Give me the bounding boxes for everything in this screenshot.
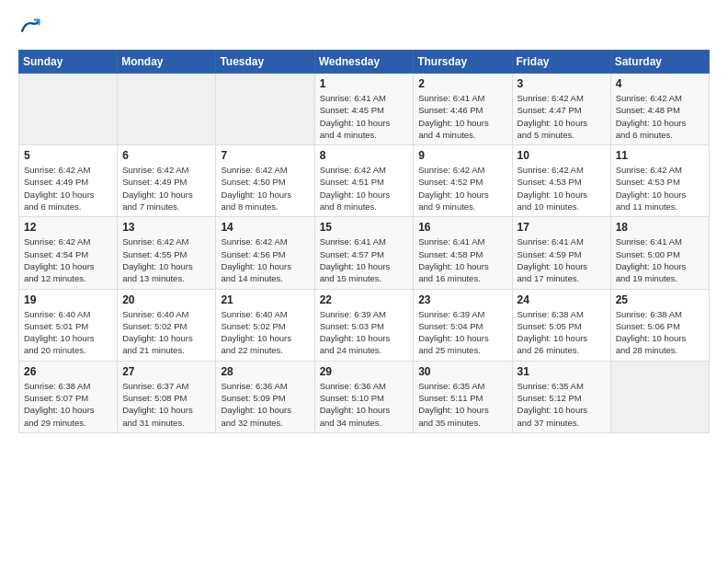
day-info: Sunrise: 6:38 AM Sunset: 5:07 PM Dayligh… (24, 380, 112, 429)
day-number: 23 (418, 293, 506, 306)
calendar-cell: 22Sunrise: 6:39 AM Sunset: 5:03 PM Dayli… (314, 289, 414, 361)
calendar-cell: 8Sunrise: 6:42 AM Sunset: 4:51 PM Daylig… (314, 145, 414, 217)
day-info: Sunrise: 6:40 AM Sunset: 5:01 PM Dayligh… (24, 308, 112, 357)
day-info: Sunrise: 6:41 AM Sunset: 4:45 PM Dayligh… (320, 92, 409, 141)
weekday-header-friday: Friday (512, 51, 610, 74)
calendar-cell: 14Sunrise: 6:42 AM Sunset: 4:56 PM Dayli… (216, 217, 314, 289)
day-info: Sunrise: 6:41 AM Sunset: 4:58 PM Dayligh… (418, 236, 506, 284)
day-info: Sunrise: 6:36 AM Sunset: 5:10 PM Dayligh… (320, 380, 409, 429)
calendar-cell (610, 361, 709, 432)
day-info: Sunrise: 6:38 AM Sunset: 5:05 PM Dayligh… (518, 308, 606, 357)
logo (18, 15, 46, 40)
calendar-cell: 29Sunrise: 6:36 AM Sunset: 5:10 PM Dayli… (314, 361, 414, 432)
day-info: Sunrise: 6:41 AM Sunset: 4:59 PM Dayligh… (518, 236, 606, 284)
calendar-cell (19, 74, 118, 145)
day-info: Sunrise: 6:42 AM Sunset: 4:56 PM Dayligh… (221, 236, 309, 284)
day-info: Sunrise: 6:42 AM Sunset: 4:51 PM Dayligh… (320, 164, 409, 213)
day-info: Sunrise: 6:36 AM Sunset: 5:09 PM Dayligh… (221, 380, 309, 429)
day-number: 5 (24, 149, 112, 162)
calendar-cell (216, 74, 314, 145)
day-number: 27 (122, 365, 210, 378)
calendar-cell: 18Sunrise: 6:41 AM Sunset: 5:00 PM Dayli… (610, 217, 709, 289)
calendar-cell: 15Sunrise: 6:41 AM Sunset: 4:57 PM Dayli… (314, 217, 414, 289)
day-info: Sunrise: 6:42 AM Sunset: 4:53 PM Dayligh… (616, 164, 704, 213)
calendar-cell: 11Sunrise: 6:42 AM Sunset: 4:53 PM Dayli… (610, 145, 709, 217)
page-container: SundayMondayTuesdayWednesdayThursdayFrid… (0, 0, 728, 442)
day-number: 22 (320, 293, 409, 306)
calendar-cell: 9Sunrise: 6:42 AM Sunset: 4:52 PM Daylig… (414, 145, 512, 217)
day-info: Sunrise: 6:41 AM Sunset: 5:00 PM Dayligh… (616, 236, 704, 284)
day-info: Sunrise: 6:42 AM Sunset: 4:47 PM Dayligh… (518, 92, 606, 141)
logo-icon (18, 15, 44, 40)
calendar-week-row: 1Sunrise: 6:41 AM Sunset: 4:45 PM Daylig… (19, 74, 710, 145)
calendar-cell: 4Sunrise: 6:42 AM Sunset: 4:48 PM Daylig… (610, 74, 709, 145)
calendar-cell: 27Sunrise: 6:37 AM Sunset: 5:08 PM Dayli… (118, 361, 216, 432)
weekday-header-thursday: Thursday (414, 51, 512, 74)
day-number: 14 (221, 221, 309, 234)
calendar-cell: 13Sunrise: 6:42 AM Sunset: 4:55 PM Dayli… (118, 217, 216, 289)
day-info: Sunrise: 6:42 AM Sunset: 4:49 PM Dayligh… (24, 164, 112, 213)
day-number: 9 (418, 149, 506, 162)
day-number: 6 (122, 149, 210, 162)
day-info: Sunrise: 6:42 AM Sunset: 4:50 PM Dayligh… (221, 164, 309, 213)
header (18, 15, 710, 40)
day-number: 26 (24, 365, 112, 378)
day-number: 31 (518, 365, 606, 378)
day-number: 19 (24, 293, 112, 306)
weekday-header-monday: Monday (118, 51, 216, 74)
day-info: Sunrise: 6:42 AM Sunset: 4:53 PM Dayligh… (518, 164, 606, 213)
day-number: 18 (616, 221, 704, 234)
day-info: Sunrise: 6:40 AM Sunset: 5:02 PM Dayligh… (221, 308, 309, 357)
weekday-header-row: SundayMondayTuesdayWednesdayThursdayFrid… (19, 51, 710, 74)
day-number: 17 (518, 221, 606, 234)
day-number: 8 (320, 149, 409, 162)
calendar-cell: 2Sunrise: 6:41 AM Sunset: 4:46 PM Daylig… (414, 74, 512, 145)
day-info: Sunrise: 6:37 AM Sunset: 5:08 PM Dayligh… (122, 380, 210, 429)
day-number: 20 (122, 293, 210, 306)
day-info: Sunrise: 6:35 AM Sunset: 5:11 PM Dayligh… (418, 380, 506, 429)
weekday-header-wednesday: Wednesday (314, 51, 414, 74)
calendar-cell: 6Sunrise: 6:42 AM Sunset: 4:49 PM Daylig… (118, 145, 216, 217)
day-number: 16 (418, 221, 506, 234)
calendar-cell: 21Sunrise: 6:40 AM Sunset: 5:02 PM Dayli… (216, 289, 314, 361)
calendar-cell: 25Sunrise: 6:38 AM Sunset: 5:06 PM Dayli… (610, 289, 709, 361)
day-info: Sunrise: 6:38 AM Sunset: 5:06 PM Dayligh… (616, 308, 704, 357)
day-info: Sunrise: 6:39 AM Sunset: 5:04 PM Dayligh… (418, 308, 506, 357)
day-info: Sunrise: 6:42 AM Sunset: 4:49 PM Dayligh… (122, 164, 210, 213)
calendar-cell: 26Sunrise: 6:38 AM Sunset: 5:07 PM Dayli… (19, 361, 118, 432)
calendar-cell: 7Sunrise: 6:42 AM Sunset: 4:50 PM Daylig… (216, 145, 314, 217)
day-number: 2 (418, 77, 506, 90)
weekday-header-sunday: Sunday (19, 51, 118, 74)
calendar-cell: 24Sunrise: 6:38 AM Sunset: 5:05 PM Dayli… (512, 289, 610, 361)
calendar-cell: 17Sunrise: 6:41 AM Sunset: 4:59 PM Dayli… (512, 217, 610, 289)
day-number: 11 (616, 149, 704, 162)
calendar-cell: 10Sunrise: 6:42 AM Sunset: 4:53 PM Dayli… (512, 145, 610, 217)
day-info: Sunrise: 6:42 AM Sunset: 4:48 PM Dayligh… (616, 92, 704, 141)
calendar-week-row: 12Sunrise: 6:42 AM Sunset: 4:54 PM Dayli… (19, 217, 710, 289)
day-number: 15 (320, 221, 409, 234)
calendar-cell: 16Sunrise: 6:41 AM Sunset: 4:58 PM Dayli… (414, 217, 512, 289)
day-number: 28 (221, 365, 309, 378)
calendar-cell: 28Sunrise: 6:36 AM Sunset: 5:09 PM Dayli… (216, 361, 314, 432)
calendar-cell: 23Sunrise: 6:39 AM Sunset: 5:04 PM Dayli… (414, 289, 512, 361)
day-info: Sunrise: 6:42 AM Sunset: 4:54 PM Dayligh… (24, 236, 112, 284)
day-number: 10 (518, 149, 606, 162)
day-number: 30 (418, 365, 506, 378)
calendar-cell: 31Sunrise: 6:35 AM Sunset: 5:12 PM Dayli… (512, 361, 610, 432)
day-number: 25 (616, 293, 704, 306)
weekday-header-tuesday: Tuesday (216, 51, 314, 74)
day-number: 7 (221, 149, 309, 162)
day-info: Sunrise: 6:42 AM Sunset: 4:55 PM Dayligh… (122, 236, 210, 284)
day-info: Sunrise: 6:40 AM Sunset: 5:02 PM Dayligh… (122, 308, 210, 357)
day-number: 21 (221, 293, 309, 306)
day-number: 1 (320, 77, 409, 90)
day-info: Sunrise: 6:41 AM Sunset: 4:46 PM Dayligh… (418, 92, 506, 141)
day-number: 13 (122, 221, 210, 234)
calendar-table: SundayMondayTuesdayWednesdayThursdayFrid… (18, 50, 710, 433)
day-number: 29 (320, 365, 409, 378)
day-info: Sunrise: 6:42 AM Sunset: 4:52 PM Dayligh… (418, 164, 506, 213)
day-number: 24 (518, 293, 606, 306)
weekday-header-saturday: Saturday (610, 51, 709, 74)
day-number: 12 (24, 221, 112, 234)
calendar-cell: 20Sunrise: 6:40 AM Sunset: 5:02 PM Dayli… (118, 289, 216, 361)
